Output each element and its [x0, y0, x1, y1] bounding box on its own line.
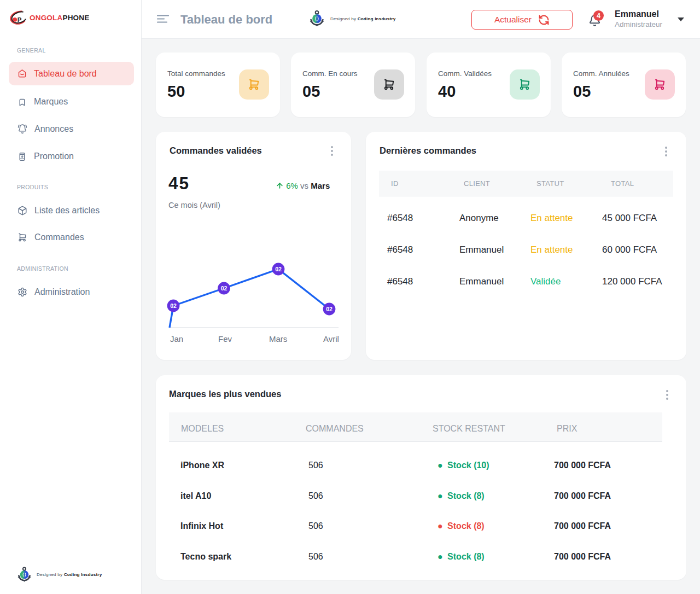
svg-text:Fev: Fev — [218, 334, 232, 343]
svg-text:02: 02 — [170, 302, 177, 309]
svg-text:02: 02 — [275, 266, 282, 272]
svg-text:Jan: Jan — [170, 334, 183, 343]
svg-text:02: 02 — [326, 306, 332, 312]
svg-text:02: 02 — [221, 285, 228, 292]
svg-text:Mars: Mars — [269, 334, 287, 343]
svg-text:P: P — [18, 16, 22, 23]
svg-text:Avril: Avril — [323, 334, 339, 343]
